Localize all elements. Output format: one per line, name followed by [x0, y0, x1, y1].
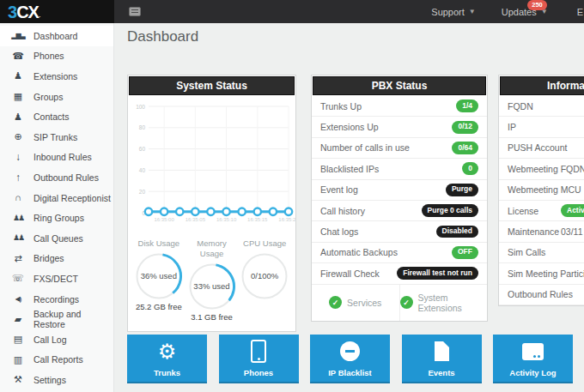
- sidebar-item-outbound-rules[interactable]: ↑Outbound Rules: [0, 167, 113, 188]
- sidebar-item-label: FXS/DECT: [33, 274, 78, 284]
- check-icon: ✓: [329, 296, 342, 309]
- svg-text:20: 20: [139, 189, 146, 195]
- sidebar-item-backup-and-restore[interactable]: ▰Backup and Restore: [0, 309, 113, 329]
- page-title: Dashboard: [127, 28, 198, 45]
- sidebar-item-inbound-rules[interactable]: ↓Inbound Rules: [0, 148, 113, 168]
- sidebar-item-label: Digital Receptionist: [33, 193, 111, 203]
- tile-ip-blacklist[interactable]: IP Blacklist: [310, 335, 390, 383]
- pbx-row-automatic-backups: Automatic BackupsOFF: [312, 243, 487, 263]
- wrench-icon: ⚒: [11, 375, 25, 384]
- info-row-outbound-rules: Outbound Rules: [499, 285, 584, 305]
- pbx-footer-system-extensions[interactable]: ✓System Extensions: [399, 285, 488, 321]
- gauge-label: CPU Usage: [243, 238, 286, 249]
- people-icon: ♟♟: [11, 234, 25, 242]
- info-row-sim-calls: Sim Calls: [499, 243, 584, 263]
- info-row-webmeeting-fqdn: Webmeeting FQDN: [499, 159, 584, 179]
- system-status-header: System Status: [129, 76, 295, 95]
- people-icon: ♟♟: [11, 214, 25, 222]
- svg-text:60: 60: [139, 146, 146, 152]
- drive-icon: [522, 343, 544, 360]
- info-row-ip: IP: [499, 117, 584, 137]
- tile-trunks[interactable]: ⚙Trunks: [127, 335, 207, 383]
- sidebar-item-label: Inbound Rules: [33, 152, 92, 162]
- status-row-label: Automatic Backups: [320, 247, 398, 257]
- sidebar-item-phones[interactable]: ☎Phones: [0, 46, 113, 67]
- pbx-footer-services[interactable]: ✓Services: [312, 285, 399, 321]
- brand-logo[interactable]: 3CX.: [0, 0, 114, 23]
- pbx-badge-firewall-check[interactable]: Firewall test not run: [397, 267, 478, 280]
- topbar-truncated-item[interactable]: E: [577, 7, 583, 17]
- system-status-chart: 02040608010016:35:0016:35:0516:35:1016:3…: [128, 96, 295, 238]
- pbx-badge-blacklisted-ips[interactable]: 0: [462, 162, 478, 175]
- sidebar-item-label: Outbound Rules: [33, 172, 99, 183]
- gauge-ring: 33% used: [188, 262, 236, 311]
- pbx-badge-trunks-up[interactable]: 1/4: [456, 100, 478, 112]
- updates-menu[interactable]: Updates 250 ▼: [502, 7, 548, 17]
- logo-text-3: 3: [8, 3, 16, 21]
- usage-gauge-disk-usage: Disk Usage36% used25.2 GB free: [132, 238, 186, 323]
- sidebar-item-sip-trunks[interactable]: ⊕SIP Trunks: [0, 127, 113, 148]
- status-row-label: Firewall Check: [320, 268, 380, 279]
- sidebar-item-extensions[interactable]: ♟Extensions: [0, 66, 113, 87]
- usage-gauge-cpu-usage: CPU Usage0/100%: [238, 238, 291, 323]
- status-row-label: Maintenance: [508, 226, 559, 237]
- sidebar-item-label: Bridges: [33, 253, 64, 263]
- speaker-icon: ◀): [11, 296, 25, 303]
- status-row-label: PUSH Account: [508, 142, 567, 153]
- support-menu[interactable]: Support ▼: [431, 7, 475, 17]
- app-root: 3CX. Support ▼ Updates 250 ▼ E ▂▆▃Dashbo…: [0, 0, 584, 392]
- sidebar-item-fxs-dect[interactable]: ☏FXS/DECT: [0, 268, 113, 289]
- pbx-badge-event-log[interactable]: Purge: [446, 184, 478, 196]
- sidebar-item-ring-groups[interactable]: ♟♟Ring Groups: [0, 208, 113, 228]
- sidebar-item-dashboard[interactable]: ▂▆▃Dashboard: [0, 26, 113, 46]
- pbx-badge-number-of-calls-in-use[interactable]: 0/64: [452, 142, 478, 154]
- updates-count-badge: 250: [527, 0, 547, 10]
- grid-icon: ▦: [11, 92, 25, 101]
- pbx-badge-call-history[interactable]: Purge 0 calls: [422, 204, 478, 217]
- info-row-maintenance: Maintenance03/11: [499, 221, 584, 242]
- pbx-row-number-of-calls-in-use: Number of calls in use0/64: [312, 138, 487, 159]
- svg-text:16:35:15: 16:35:15: [247, 217, 268, 222]
- logo-text-cx: CX: [16, 3, 39, 21]
- tile-label: Phones: [244, 368, 273, 377]
- pbx-status-rows: Trunks Up1/4Extensions Up0/12Number of c…: [312, 96, 487, 285]
- svg-text:16:35:05: 16:35:05: [186, 217, 206, 222]
- sidebar-item-label: Recordings: [33, 294, 79, 305]
- pbx-row-trunks-up: Trunks Up1/4: [312, 96, 487, 117]
- sidebar-item-contacts[interactable]: ♟Contacts: [0, 106, 113, 127]
- tile-activity-log[interactable]: Activity Log: [493, 335, 573, 383]
- sidebar-item-bridges[interactable]: ⇄Bridges: [0, 249, 113, 269]
- mobile-phone-icon: [251, 340, 266, 363]
- gauge-ring: 36% used: [135, 252, 183, 300]
- svg-text:100: 100: [136, 104, 145, 110]
- sidebar-item-recordings[interactable]: ◀)Recordings: [0, 289, 113, 310]
- system-status-panel: System Status 02040608010016:35:0016:35:…: [127, 75, 296, 332]
- pbx-badge-chat-logs[interactable]: Disabled: [436, 226, 478, 238]
- sidebar-item-call-queues[interactable]: ♟♟Call Queues: [0, 228, 113, 249]
- minus-circle-icon: [340, 341, 360, 361]
- phone-icon: ☎: [11, 51, 25, 61]
- info-badge-license[interactable]: Active: [561, 204, 584, 217]
- tile-phones[interactable]: Phones: [219, 335, 299, 383]
- pbx-row-event-log: Event logPurge: [312, 180, 487, 201]
- sidebar-item-groups[interactable]: ▦Groups: [0, 87, 113, 107]
- tile-label: IP Blacklist: [328, 368, 372, 377]
- info-row-sim-meeting-participants: Sim Meeting Participants: [499, 263, 584, 284]
- sidebar-item-settings[interactable]: ⚒Settings: [0, 370, 113, 390]
- pbx-row-call-history: Call historyPurge 0 calls: [312, 201, 487, 221]
- sidebar-toggle-button[interactable]: [129, 7, 141, 16]
- sidebar-item-call-reports[interactable]: ▥Call Reports: [0, 350, 113, 371]
- check-icon: ✓: [400, 296, 413, 309]
- tile-events[interactable]: Events: [402, 335, 482, 383]
- usage-gauge-memory-usage: Memory Usage33% used3.1 GB free: [186, 238, 239, 323]
- pbx-row-blacklisted-ips: Blacklisted IPs0: [312, 159, 487, 179]
- pbx-badge-automatic-backups[interactable]: OFF: [452, 246, 478, 259]
- sidebar-item-call-log[interactable]: ▤Call Log: [0, 329, 113, 350]
- tile-icon-wrap: [435, 335, 449, 368]
- svg-text:16:35:10: 16:35:10: [216, 217, 237, 222]
- logo-dot: .: [39, 10, 41, 19]
- document-icon: ▤: [11, 335, 25, 344]
- status-row-label: License: [508, 206, 538, 216]
- sidebar-item-digital-receptionist[interactable]: ∩Digital Receptionist: [0, 188, 113, 208]
- pbx-badge-extensions-up[interactable]: 0/12: [452, 121, 478, 134]
